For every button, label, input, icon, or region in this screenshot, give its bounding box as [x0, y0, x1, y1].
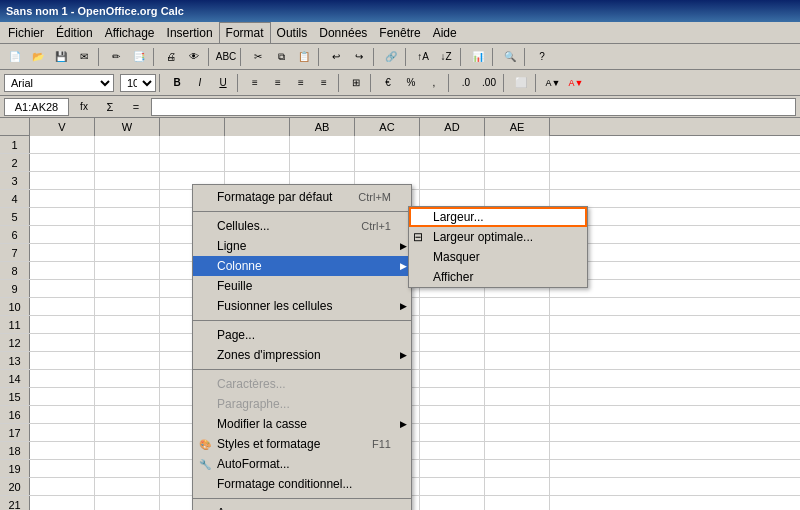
cell[interactable] [485, 316, 550, 334]
cell[interactable] [95, 442, 160, 460]
cell[interactable] [30, 154, 95, 172]
percent-btn[interactable]: % [400, 73, 422, 93]
cell[interactable] [420, 316, 485, 334]
cell[interactable] [485, 478, 550, 496]
preview-btn[interactable]: 👁 [183, 47, 205, 67]
cell[interactable] [30, 226, 95, 244]
cell[interactable] [30, 406, 95, 424]
cell[interactable] [95, 460, 160, 478]
cell[interactable] [30, 316, 95, 334]
cell[interactable] [30, 352, 95, 370]
cell[interactable] [95, 262, 160, 280]
sort-asc-btn[interactable]: ↑A [412, 47, 434, 67]
open-btn[interactable]: 📂 [27, 47, 49, 67]
cell[interactable] [30, 262, 95, 280]
font-select[interactable]: Arial [4, 74, 114, 92]
format-item-colonne[interactable]: Colonne ▶ [193, 256, 411, 276]
cell[interactable] [420, 352, 485, 370]
menu-fichier[interactable]: Fichier [2, 22, 50, 43]
inc-dec-btn[interactable]: .00 [478, 73, 500, 93]
justify-btn[interactable]: ≡ [313, 73, 335, 93]
cell[interactable] [420, 154, 485, 172]
cell[interactable] [225, 136, 290, 154]
cell[interactable] [95, 298, 160, 316]
cell[interactable] [420, 460, 485, 478]
thousands-btn[interactable]: , [423, 73, 445, 93]
cell[interactable] [95, 226, 160, 244]
cell[interactable] [485, 352, 550, 370]
cell[interactable] [95, 244, 160, 262]
menu-format[interactable]: Format [219, 22, 271, 43]
cell[interactable] [95, 154, 160, 172]
bold-btn[interactable]: B [166, 73, 188, 93]
format-item-default[interactable]: Formatage par défaut Ctrl+M [193, 187, 411, 207]
hyperlink-btn[interactable]: 🔗 [380, 47, 402, 67]
font-size-select[interactable]: 10 [120, 74, 156, 92]
cell[interactable] [95, 478, 160, 496]
cell[interactable] [485, 424, 550, 442]
cell[interactable] [30, 208, 95, 226]
cell[interactable] [95, 388, 160, 406]
format-item-conditionnel[interactable]: Formatage conditionnel... [193, 474, 411, 494]
underline-btn[interactable]: U [212, 73, 234, 93]
cell[interactable] [420, 370, 485, 388]
email-btn[interactable]: ✉ [73, 47, 95, 67]
cell[interactable] [30, 496, 95, 510]
cell[interactable] [95, 406, 160, 424]
cell[interactable] [485, 370, 550, 388]
border-btn[interactable]: ⬜ [510, 73, 532, 93]
cell[interactable] [420, 406, 485, 424]
cell[interactable] [95, 334, 160, 352]
cell[interactable] [95, 190, 160, 208]
cell[interactable] [485, 154, 550, 172]
cell[interactable] [355, 136, 420, 154]
formula-input[interactable] [151, 98, 796, 116]
cell[interactable] [30, 334, 95, 352]
cell[interactable] [420, 478, 485, 496]
cell[interactable] [95, 370, 160, 388]
cell[interactable] [420, 136, 485, 154]
cell[interactable] [95, 208, 160, 226]
cell[interactable] [485, 334, 550, 352]
cell[interactable] [420, 388, 485, 406]
cell[interactable] [95, 280, 160, 298]
cell[interactable] [485, 388, 550, 406]
cell[interactable] [420, 334, 485, 352]
cell[interactable] [30, 298, 95, 316]
menu-donnees[interactable]: Données [313, 22, 373, 43]
menu-outils[interactable]: Outils [271, 22, 314, 43]
cell[interactable] [420, 298, 485, 316]
cell[interactable] [160, 136, 225, 154]
format-item-feuille[interactable]: Feuille [193, 276, 411, 296]
menu-insertion[interactable]: Insertion [161, 22, 219, 43]
cell[interactable] [30, 370, 95, 388]
redo-btn[interactable]: ↪ [348, 47, 370, 67]
cell[interactable] [355, 154, 420, 172]
zoom-btn[interactable]: 🔍 [499, 47, 521, 67]
cell[interactable] [485, 136, 550, 154]
cell[interactable] [30, 172, 95, 190]
spellcheck-btn[interactable]: ABC [215, 47, 237, 67]
cell[interactable] [30, 190, 95, 208]
cell[interactable] [95, 424, 160, 442]
format-item-page[interactable]: Page... [193, 325, 411, 345]
format-item-ligne[interactable]: Ligne ▶ [193, 236, 411, 256]
cell[interactable] [485, 298, 550, 316]
cell[interactable] [420, 496, 485, 510]
copy-btn[interactable]: ⧉ [270, 47, 292, 67]
cell[interactable] [160, 154, 225, 172]
cell[interactable] [95, 316, 160, 334]
cell[interactable] [420, 424, 485, 442]
save-btn[interactable]: 💾 [50, 47, 72, 67]
cell[interactable] [290, 154, 355, 172]
format-item-cells[interactable]: Cellules... Ctrl+1 [193, 216, 411, 236]
merge-btn[interactable]: ⊞ [345, 73, 367, 93]
format-item-styles[interactable]: 🎨 Styles et formatage F11 [193, 434, 411, 454]
cell[interactable] [30, 424, 95, 442]
format-item-ancre[interactable]: Ancre ▶ [193, 503, 411, 510]
function-wizard-btn[interactable]: fx [73, 97, 95, 117]
cell[interactable] [485, 172, 550, 190]
cut-btn[interactable]: ✂ [247, 47, 269, 67]
cell[interactable] [30, 280, 95, 298]
format-item-casse[interactable]: Modifier la casse ▶ [193, 414, 411, 434]
